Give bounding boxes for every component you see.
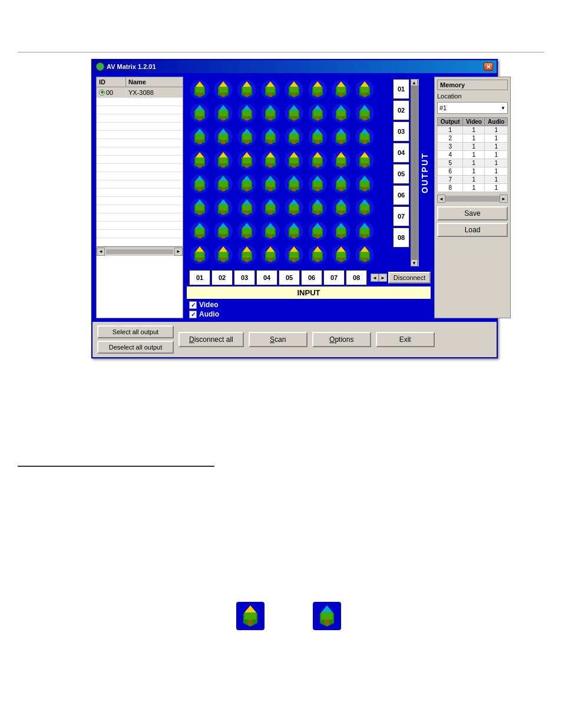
output-btn-08[interactable]: 08: [393, 228, 409, 248]
crosspoint-cell[interactable]: [236, 126, 257, 147]
crosspoint-cell[interactable]: [354, 197, 375, 218]
crosspoint-cell[interactable]: [330, 103, 352, 124]
input-btn-05[interactable]: 05: [279, 270, 300, 285]
mem-scroll-left[interactable]: ◄: [437, 195, 445, 203]
input-btn-08[interactable]: 08: [346, 270, 367, 285]
scan-button[interactable]: Scan: [249, 332, 308, 347]
crosspoint-cell[interactable]: [260, 103, 281, 124]
crosspoint-cell[interactable]: [260, 244, 281, 265]
crosspoint-cell[interactable]: [354, 173, 375, 195]
crosspoint-cell[interactable]: [189, 126, 210, 147]
input-btn-04[interactable]: 04: [256, 270, 277, 285]
output-btn-05[interactable]: 05: [393, 164, 409, 184]
crosspoint-cell[interactable]: [283, 126, 305, 147]
output-btn-04[interactable]: 04: [393, 143, 409, 163]
crosspoint-cell[interactable]: [283, 244, 305, 265]
crosspoint-cell[interactable]: [236, 150, 257, 171]
crosspoint-cell[interactable]: [260, 220, 281, 242]
crosspoint-cell[interactable]: [307, 220, 328, 242]
crosspoint-cell[interactable]: [213, 197, 234, 218]
crosspoint-cell[interactable]: [213, 79, 234, 100]
crosspoint-cell[interactable]: [213, 244, 234, 265]
input-scroll-left[interactable]: ◄: [371, 274, 379, 282]
crosspoint-cell[interactable]: [307, 79, 328, 100]
input-scroll-right[interactable]: ►: [379, 274, 387, 282]
crosspoint-cell[interactable]: [283, 79, 305, 100]
output-btn-03[interactable]: 03: [393, 121, 409, 141]
crosspoint-cell[interactable]: [189, 103, 210, 124]
audio-checkbox[interactable]: [189, 311, 197, 318]
disconnect-button[interactable]: Disconnect: [388, 272, 431, 284]
list-scrollbar[interactable]: ◄ ►: [97, 246, 183, 256]
crosspoint-cell[interactable]: [283, 220, 305, 242]
input-btn-02[interactable]: 02: [211, 270, 233, 285]
crosspoint-cell[interactable]: [213, 103, 234, 124]
crosspoint-cell[interactable]: [213, 220, 234, 242]
output-scroll-up[interactable]: ▲: [411, 79, 418, 86]
crosspoint-cell[interactable]: [189, 197, 210, 218]
crosspoint-cell[interactable]: [354, 103, 375, 124]
crosspoint-cell[interactable]: [330, 173, 352, 195]
crosspoint-cell[interactable]: [189, 150, 210, 171]
crosspoint-cell[interactable]: [236, 244, 257, 265]
crosspoint-cell[interactable]: [307, 150, 328, 171]
list-item[interactable]: 00 YX-3088: [97, 87, 183, 98]
crosspoint-cell[interactable]: [354, 79, 375, 100]
close-button[interactable]: ✕: [484, 62, 493, 71]
crosspoint-cell[interactable]: [236, 197, 257, 218]
crosspoint-cell[interactable]: [330, 126, 352, 147]
crosspoint-cell[interactable]: [283, 103, 305, 124]
crosspoint-cell[interactable]: [236, 79, 257, 100]
output-scroll-down[interactable]: ▼: [411, 259, 418, 266]
crosspoint-cell[interactable]: [283, 197, 305, 218]
options-button[interactable]: Options: [312, 332, 371, 347]
crosspoint-cell[interactable]: [307, 173, 328, 195]
crosspoint-cell[interactable]: [307, 244, 328, 265]
crosspoint-cell[interactable]: [189, 220, 210, 242]
disconnect-all-button[interactable]: Disconnect all: [178, 332, 244, 347]
crosspoint-cell[interactable]: [354, 126, 375, 147]
crosspoint-cell[interactable]: [260, 79, 281, 100]
memory-scrollbar[interactable]: ◄ ►: [437, 195, 508, 203]
deselect-all-output-button[interactable]: Deselect all output: [97, 341, 174, 354]
mem-scroll-right[interactable]: ►: [500, 195, 508, 203]
crosspoint-cell[interactable]: [213, 150, 234, 171]
select-all-output-button[interactable]: Select all output: [97, 325, 174, 338]
crosspoint-cell[interactable]: [213, 126, 234, 147]
video-checkbox[interactable]: [189, 301, 197, 309]
crosspoint-cell[interactable]: [354, 150, 375, 171]
crosspoint-cell[interactable]: [354, 220, 375, 242]
output-btn-01[interactable]: 01: [393, 79, 409, 99]
input-hscrollbar[interactable]: ◄ ►: [371, 274, 387, 282]
crosspoint-cell[interactable]: [260, 150, 281, 171]
crosspoint-cell[interactable]: [236, 103, 257, 124]
input-btn-06[interactable]: 06: [301, 270, 322, 285]
crosspoint-cell[interactable]: [189, 173, 210, 195]
crosspoint-cell[interactable]: [354, 244, 375, 265]
scroll-right-arrow[interactable]: ►: [174, 248, 183, 256]
crosspoint-cell[interactable]: [307, 197, 328, 218]
crosspoint-cell[interactable]: [307, 103, 328, 124]
crosspoint-cell[interactable]: [283, 173, 305, 195]
crosspoint-cell[interactable]: [189, 244, 210, 265]
scroll-left-arrow[interactable]: ◄: [97, 248, 105, 256]
output-scrollbar[interactable]: ▲ ▼: [411, 79, 419, 266]
crosspoint-cell[interactable]: [260, 126, 281, 147]
exit-button[interactable]: Exit: [376, 332, 435, 347]
crosspoint-cell[interactable]: [330, 197, 352, 218]
crosspoint-cell[interactable]: [307, 126, 328, 147]
crosspoint-cell[interactable]: [236, 173, 257, 195]
input-btn-07[interactable]: 07: [323, 270, 345, 285]
crosspoint-cell[interactable]: [330, 79, 352, 100]
save-button[interactable]: Save: [437, 206, 508, 220]
output-btn-02[interactable]: 02: [393, 100, 409, 120]
crosspoint-cell[interactable]: [236, 220, 257, 242]
crosspoint-cell[interactable]: [330, 150, 352, 171]
crosspoint-cell[interactable]: [330, 220, 352, 242]
input-btn-01[interactable]: 01: [189, 270, 210, 285]
memory-location-dropdown[interactable]: #1 ▼: [437, 102, 508, 114]
crosspoint-cell[interactable]: [189, 79, 210, 100]
output-btn-07[interactable]: 07: [393, 206, 409, 226]
crosspoint-cell[interactable]: [283, 150, 305, 171]
input-btn-03[interactable]: 03: [234, 270, 255, 285]
